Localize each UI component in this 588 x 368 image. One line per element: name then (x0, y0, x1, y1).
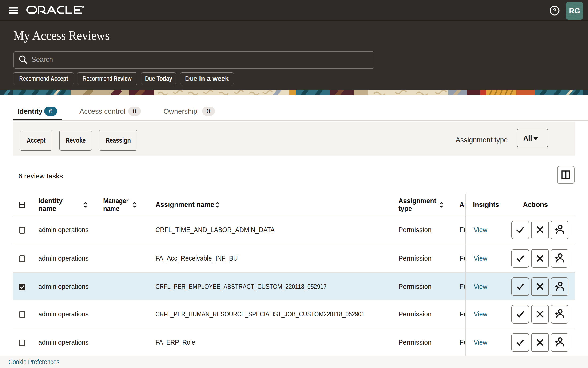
svg-text:?: ? (553, 7, 556, 14)
